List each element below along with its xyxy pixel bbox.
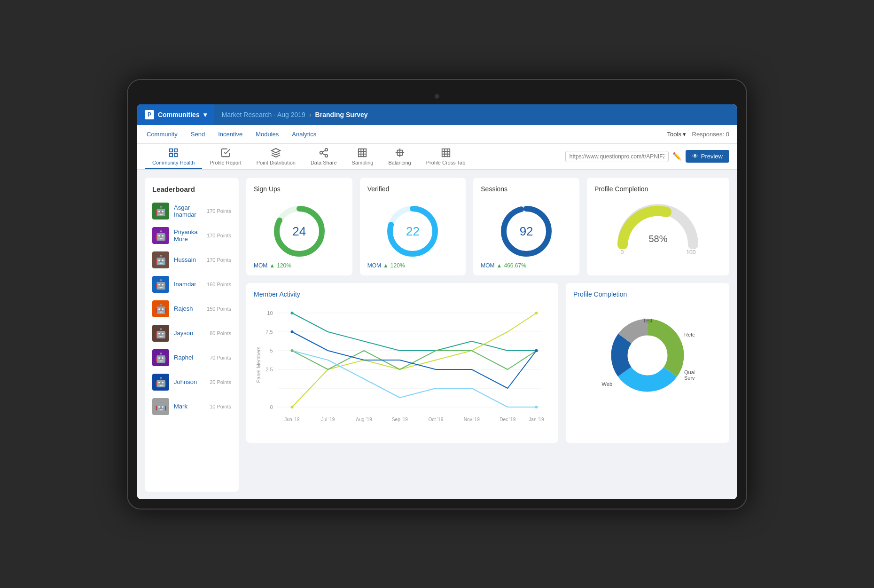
- leader-points: 80 Points: [210, 330, 231, 336]
- breadcrumb: Market Research - Aug 2019 › Branding Su…: [214, 111, 375, 118]
- svg-text:Aug '19: Aug '19: [356, 417, 372, 422]
- profile-completion-gauge-title: Profile Completion: [594, 185, 722, 193]
- edit-icon[interactable]: ✏️: [672, 152, 682, 161]
- nav-point-distribution[interactable]: Point Distribution: [249, 145, 303, 169]
- svg-point-37: [290, 312, 293, 314]
- signups-mom-arrow: ▲: [269, 262, 275, 269]
- device-camera: [435, 94, 439, 99]
- nav-sampling[interactable]: Sampling: [344, 145, 381, 169]
- leader-name: Priyanka More: [174, 228, 202, 243]
- leader-name: Inamdar: [174, 281, 202, 288]
- signups-mom-label: MOM: [254, 262, 267, 269]
- nav-analytics[interactable]: Analytics: [290, 125, 318, 143]
- preview-button[interactable]: 👁 Preview: [686, 150, 729, 163]
- verified-card: Verified 22 MOM: [360, 178, 466, 275]
- svg-text:10: 10: [267, 310, 273, 316]
- list-item: 🤖 Mark 10 Points: [145, 394, 239, 419]
- list-item: 🤖 Rajesh 150 Points: [145, 297, 239, 321]
- svg-rect-0: [170, 149, 172, 151]
- svg-point-44: [535, 349, 538, 352]
- breadcrumb-market[interactable]: Market Research - Aug 2019: [222, 111, 305, 118]
- leader-name: Mark: [174, 403, 205, 410]
- svg-point-41: [290, 349, 293, 352]
- svg-text:0: 0: [270, 404, 273, 410]
- leader-name: Asgar Inamdar: [174, 204, 202, 218]
- icon-nav-right: ✏️ 👁 Preview: [565, 150, 729, 163]
- communities-button[interactable]: P Communities ▾: [137, 104, 214, 125]
- profile-completion-donut-card: Profile Completion: [566, 283, 729, 443]
- sessions-mom-arrow: ▲: [497, 262, 502, 269]
- sessions-mom: MOM ▲ 466.67%: [481, 262, 526, 269]
- bottom-row: Member Activity 10: [246, 283, 729, 443]
- gauge-max: 100: [686, 249, 695, 256]
- sessions-circle: 92: [498, 203, 554, 259]
- profile-completion-donut-title: Profile Completion: [573, 290, 722, 298]
- list-item: 🤖 Johnson 20 Points: [145, 370, 239, 394]
- signups-mom-value: 120%: [277, 262, 291, 269]
- svg-rect-3: [170, 153, 172, 156]
- svg-text:2.5: 2.5: [265, 367, 273, 372]
- verified-mom-value: 120%: [390, 262, 405, 269]
- gauge-min: 0: [620, 249, 624, 256]
- nav-balancing[interactable]: Balancing: [381, 145, 418, 169]
- nav-community-health-label: Community Health: [152, 160, 195, 165]
- nav-community-health[interactable]: Community Health: [145, 145, 202, 169]
- gauge-pct: 58%: [648, 234, 667, 244]
- nav-send[interactable]: Send: [189, 125, 207, 143]
- svg-text:Sep '19: Sep '19: [392, 417, 408, 422]
- leader-points: 150 Points: [207, 306, 231, 312]
- svg-text:Oct '19: Oct '19: [428, 417, 443, 422]
- svg-text:Panel Members: Panel Members: [256, 346, 261, 383]
- svg-line-8: [322, 150, 325, 152]
- right-content: Sign Ups 24 MOM: [246, 178, 729, 492]
- tools-button[interactable]: Tools ▾: [667, 131, 687, 138]
- leader-points: 170 Points: [207, 233, 231, 238]
- leader-name: Hussain: [174, 256, 202, 263]
- leader-name: Johnson: [174, 378, 205, 385]
- device-frame: P Communities ▾ Market Research - Aug 20…: [127, 79, 747, 510]
- eye-icon: 👁: [692, 153, 698, 160]
- leader-name: Jayson: [174, 329, 205, 337]
- nav-profile-report[interactable]: Profile Report: [202, 145, 249, 169]
- svg-point-50: [628, 336, 667, 375]
- list-item: 🤖 Hussain 170 Points: [145, 248, 239, 272]
- nav-data-share[interactable]: Data Share: [303, 145, 344, 169]
- main-content: Leaderboard 🤖 Asgar Inamdar 170 Points 🤖…: [137, 170, 737, 499]
- svg-text:Dec '19: Dec '19: [499, 417, 516, 422]
- gauge-wrapper: 58%: [616, 202, 700, 249]
- signups-value: 24: [292, 224, 306, 238]
- signups-mom: MOM ▲ 120%: [254, 262, 291, 269]
- avatar: 🤖: [152, 276, 169, 293]
- leader-points: 70 Points: [210, 355, 231, 361]
- verified-mom: MOM ▲ 120%: [367, 262, 405, 269]
- leader-points: 170 Points: [207, 257, 231, 263]
- signups-card: Sign Ups 24 MOM: [246, 178, 352, 275]
- nav-modules[interactable]: Modules: [254, 125, 281, 143]
- verified-title: Verified: [367, 185, 459, 193]
- avatar: 🤖: [152, 203, 169, 220]
- avatar: 🤖: [152, 349, 169, 366]
- url-input[interactable]: [565, 151, 669, 162]
- member-activity-title: Member Activity: [254, 290, 551, 298]
- nav-profile-cross-tab[interactable]: Profile Cross Tab: [419, 145, 473, 169]
- nav-incentive[interactable]: Incentive: [216, 125, 244, 143]
- avatar: 🤖: [152, 300, 169, 317]
- svg-text:Test: Test: [643, 318, 652, 323]
- leader-points: 20 Points: [210, 379, 231, 385]
- svg-text:Jun '19: Jun '19: [284, 417, 300, 422]
- nav-profile-report-label: Profile Report: [210, 160, 241, 165]
- avatar: 🤖: [152, 227, 169, 244]
- leader-points: 160 Points: [207, 282, 231, 287]
- nav-profile-cross-tab-label: Profile Cross Tab: [426, 160, 466, 165]
- svg-text:Jul '19: Jul '19: [321, 417, 335, 422]
- list-item: 🤖 Asgar Inamdar 170 Points: [145, 199, 239, 223]
- svg-text:Survey: Survey: [684, 375, 695, 381]
- leaderboard-panel: Leaderboard 🤖 Asgar Inamdar 170 Points 🤖…: [145, 178, 239, 492]
- line-chart: 10 7.5 5 2.5 0 Jun '19 Jul '19 Aug '19 S…: [254, 304, 551, 435]
- svg-point-5: [320, 151, 322, 154]
- svg-text:7.5: 7.5: [265, 329, 273, 335]
- nav-community[interactable]: Community: [145, 125, 179, 143]
- verified-mom-arrow: ▲: [383, 262, 389, 269]
- leader-points: 170 Points: [207, 208, 231, 214]
- signups-title: Sign Ups: [254, 185, 345, 193]
